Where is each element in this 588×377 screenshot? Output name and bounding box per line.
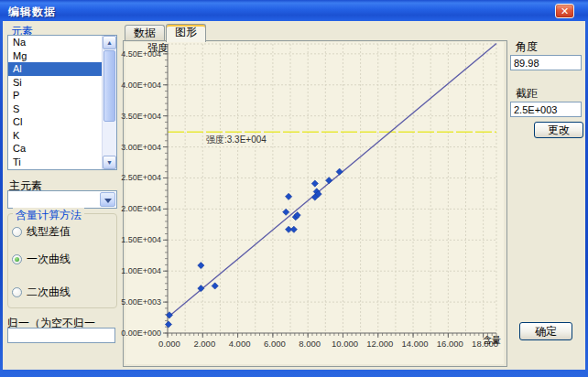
chevron-down-icon: ▼ bbox=[106, 159, 113, 166]
data-point bbox=[283, 209, 289, 215]
data-point bbox=[311, 180, 318, 187]
scroll-down-button[interactable]: ▼ bbox=[103, 156, 116, 169]
angle-label: 角度 bbox=[516, 39, 538, 55]
listbox-scrollbar[interactable]: ▲ ▼ bbox=[102, 36, 116, 169]
method-radio-option[interactable]: 二次曲线 bbox=[12, 285, 71, 297]
element-list-item[interactable]: Al bbox=[8, 62, 102, 76]
close-icon: ✕ bbox=[561, 5, 569, 16]
element-list-item[interactable]: Ca bbox=[8, 142, 102, 156]
y-tick-label: 1.00E+004 bbox=[121, 266, 161, 275]
y-tick-label: 2.50E+004 bbox=[121, 173, 161, 182]
element-list-item[interactable]: P bbox=[8, 89, 102, 102]
data-point bbox=[290, 226, 297, 232]
x-tick-label: 14.000 bbox=[402, 339, 429, 349]
x-tick-label: 4.000 bbox=[229, 339, 251, 349]
x-tick-label: 12.000 bbox=[366, 339, 393, 349]
scroll-up-button[interactable]: ▲ bbox=[103, 36, 116, 49]
data-point bbox=[212, 283, 218, 289]
y-tick-label: 3.50E+004 bbox=[121, 112, 161, 121]
intercept-input[interactable] bbox=[510, 102, 582, 117]
chevron-down-icon bbox=[104, 199, 112, 203]
element-list-item[interactable]: Ti bbox=[8, 156, 102, 169]
data-point bbox=[286, 193, 292, 199]
data-point bbox=[166, 312, 172, 318]
radio-icon bbox=[12, 254, 22, 264]
radio-icon bbox=[12, 227, 22, 237]
element-list-item[interactable]: Si bbox=[8, 76, 102, 90]
normalize-input[interactable] bbox=[7, 328, 115, 343]
x-tick-label: 8.000 bbox=[299, 339, 321, 349]
chart-canvas[interactable]: 强度:3.3E+0040.0002.0004.0006.0008.00010.0… bbox=[125, 42, 504, 364]
chart-tab-page: 强度:3.3E+0040.0002.0004.0006.0008.00010.0… bbox=[123, 40, 507, 367]
element-listbox: NaMgAlSiPSClKCaTi ▲ ▼ bbox=[7, 35, 117, 170]
chevron-up-icon: ▲ bbox=[106, 39, 113, 46]
method-radio-option[interactable]: 一次曲线 bbox=[12, 252, 71, 264]
x-tick-label: 6.000 bbox=[264, 339, 286, 349]
intercept-label: 截距 bbox=[516, 86, 538, 102]
y-tick-label: 4.00E+004 bbox=[121, 81, 161, 90]
data-point bbox=[336, 168, 343, 175]
tab[interactable]: 数据 bbox=[125, 25, 165, 41]
main-element-combobox[interactable] bbox=[7, 190, 117, 209]
edit-data-dialog: 编辑数据 ✕ 元素 NaMgAlSiPSClKCaTi ▲ ▼ 主元素 bbox=[0, 0, 588, 377]
scatter-chart: 强度:3.3E+0040.0002.0004.0006.0008.00010.0… bbox=[125, 42, 504, 364]
tabbar: 数据图形 bbox=[125, 24, 207, 41]
y-tick-label: 1.50E+004 bbox=[121, 235, 161, 244]
data-point bbox=[198, 285, 204, 292]
data-point bbox=[198, 262, 204, 268]
radio-label: 线型差值 bbox=[27, 225, 71, 238]
element-list-item[interactable]: Na bbox=[8, 36, 102, 49]
x-tick-label: 0.000 bbox=[158, 339, 180, 349]
radio-icon bbox=[12, 287, 22, 297]
method-group-label: 含量计算方法 bbox=[13, 208, 84, 223]
y-tick-label: 3.00E+004 bbox=[121, 143, 161, 152]
x-axis-title: 含量 bbox=[483, 335, 501, 345]
dialog-client-area: 元素 NaMgAlSiPSClKCaTi ▲ ▼ 主元素 含量计算方法 归一（为… bbox=[3, 21, 585, 370]
scrollbar-thumb[interactable] bbox=[103, 50, 115, 122]
y-tick-label: 2.00E+004 bbox=[121, 204, 161, 213]
radio-label: 一次曲线 bbox=[27, 253, 71, 265]
tab[interactable]: 图形 bbox=[166, 24, 206, 42]
method-radio-option[interactable]: 线型差值 bbox=[12, 224, 71, 237]
element-list-item[interactable]: Mg bbox=[8, 49, 102, 63]
titlebar[interactable]: 编辑数据 ✕ bbox=[0, 0, 588, 21]
combobox-dropdown-button[interactable] bbox=[100, 192, 115, 207]
x-tick-label: 2.000 bbox=[193, 339, 215, 349]
ok-button[interactable]: 确定 bbox=[519, 322, 572, 340]
x-tick-label: 16.000 bbox=[437, 339, 463, 349]
y-axis-title: 强度 bbox=[147, 42, 168, 53]
change-button[interactable]: 更改 bbox=[534, 122, 583, 138]
radio-label: 二次曲线 bbox=[27, 285, 71, 298]
y-tick-label: 0.00E+000 bbox=[121, 329, 161, 338]
close-button[interactable]: ✕ bbox=[555, 4, 574, 18]
x-tick-label: 10.000 bbox=[332, 339, 358, 349]
element-list-item[interactable]: K bbox=[8, 129, 102, 143]
element-list-item[interactable]: S bbox=[8, 102, 102, 116]
window-title: 编辑数据 bbox=[8, 5, 56, 20]
reference-line-label: 强度:3.3E+004 bbox=[206, 135, 267, 145]
angle-input[interactable] bbox=[510, 55, 582, 70]
y-tick-label: 5.00E+003 bbox=[121, 297, 161, 307]
element-list-item[interactable]: Cl bbox=[8, 115, 102, 129]
